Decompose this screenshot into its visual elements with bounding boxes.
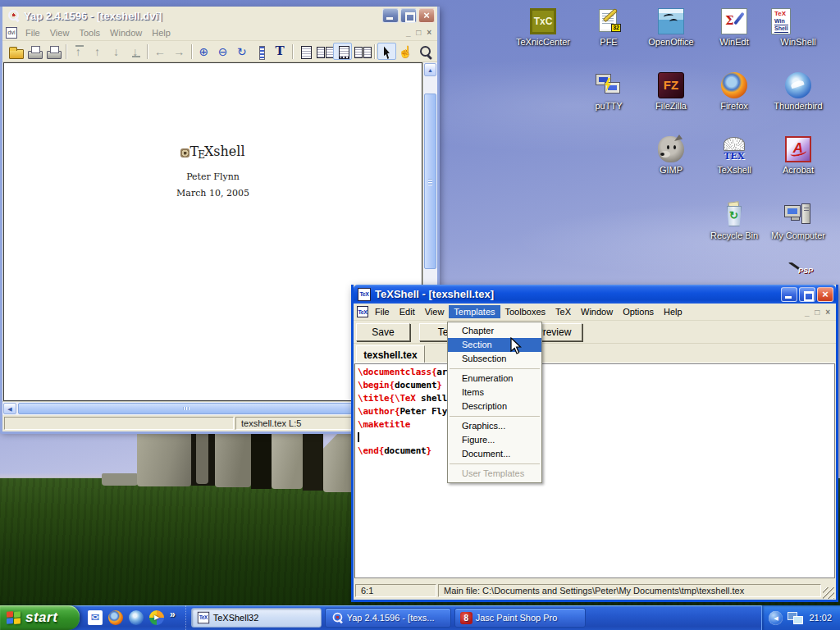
texshell-menu-file[interactable]: File xyxy=(370,305,395,318)
menu-item-document[interactable]: Document... xyxy=(448,447,541,461)
texshell-menu-help[interactable]: Help xyxy=(659,305,687,318)
task-button-texshell32[interactable]: TeXShell32 xyxy=(191,608,322,628)
last-page-icon[interactable]: ↓ xyxy=(126,43,144,60)
scroll-thumb[interactable] xyxy=(424,94,436,269)
texshell-menu-view[interactable]: View xyxy=(420,305,450,318)
yap-minimize-button[interactable] xyxy=(382,8,399,23)
single-page-view-icon[interactable] xyxy=(295,43,314,60)
desktop-icon-pfe[interactable]: PFE xyxy=(578,8,639,47)
pointer-tool-icon[interactable] xyxy=(377,43,396,60)
yap-menu-help[interactable]: Help xyxy=(147,26,176,39)
texshell-menu-window[interactable]: Window xyxy=(576,305,618,318)
menu-item-subsection[interactable]: Subsection xyxy=(448,352,541,366)
open-file-icon[interactable] xyxy=(6,43,25,60)
recycle-bin-icon xyxy=(721,202,747,228)
menu-item-items[interactable]: Items xyxy=(448,386,541,399)
quick-launch-overflow-chevron[interactable]: » xyxy=(170,609,176,620)
scroll-up-button[interactable]: ▲ xyxy=(424,63,436,76)
editor-line-5: \maketitle xyxy=(358,418,834,431)
texshell-menu-options[interactable]: Options xyxy=(618,305,659,318)
text-select-icon[interactable]: T xyxy=(271,43,290,60)
yap-mdi-controls[interactable]: _ □ × xyxy=(406,28,436,37)
thunderbird-icon xyxy=(785,72,811,98)
yap-menu-view[interactable]: View xyxy=(45,26,75,39)
openoffice-icon xyxy=(658,8,684,34)
document-title: TEXshell xyxy=(4,144,422,161)
desktop-icon-paint-shop-pro[interactable]: PSP xyxy=(780,262,816,285)
tab-texshell-tex[interactable]: texshell.tex xyxy=(356,345,425,363)
continuous-double-view-icon[interactable] xyxy=(352,43,371,60)
media-player-icon[interactable] xyxy=(149,610,164,625)
hand-tool-icon[interactable]: ☝ xyxy=(396,43,415,60)
desktop-icon-firefox[interactable]: Firefox xyxy=(704,72,765,111)
continuous-view-icon[interactable] xyxy=(333,43,352,60)
texshell-titlebar[interactable]: TeXShell - [texshell.tex] × xyxy=(354,285,836,304)
desktop-icon-filezilla[interactable]: FileZilla xyxy=(641,72,701,111)
yap-menu-file[interactable]: File xyxy=(21,26,45,39)
texshell-maximize-button[interactable] xyxy=(799,287,815,302)
firefox-icon[interactable] xyxy=(108,610,123,625)
scroll-thumb[interactable] xyxy=(18,403,353,414)
forward-icon[interactable]: → xyxy=(170,43,189,60)
ruler-icon[interactable] xyxy=(251,43,270,60)
texshell-menu-tex[interactable]: TeX xyxy=(550,305,576,318)
previous-page-icon[interactable]: ↑ xyxy=(88,43,107,60)
scroll-left-button[interactable]: ◀ xyxy=(3,403,16,414)
magnifier-tool-icon[interactable] xyxy=(415,43,434,60)
desktop-icon-texniccenter[interactable]: TeXnicCenter xyxy=(513,8,573,47)
zoom-out-icon[interactable]: ⊖ xyxy=(213,43,232,60)
menu-item-enumeration[interactable]: Enumeration xyxy=(448,372,541,386)
save-button[interactable]: Save xyxy=(356,323,410,341)
desktop-icon-openoffice[interactable]: OpenOffice xyxy=(641,8,701,47)
zoom-in-icon[interactable]: ⊕ xyxy=(194,43,213,60)
menu-item-section[interactable]: Section xyxy=(448,338,541,352)
task-button-yap-2-4-1596-texs[interactable]: Yap 2.4.1596 - [texs... xyxy=(325,608,451,628)
yap-menu-window[interactable]: Window xyxy=(105,26,147,39)
menu-item-graphics[interactable]: Graphics... xyxy=(448,419,541,433)
yap-titlebar[interactable]: Yap 2.4.1596 - [texshell.dvi] × xyxy=(2,7,437,25)
desktop-icon-my-computer[interactable]: My Computer xyxy=(768,202,829,240)
tray-chevron-button[interactable] xyxy=(769,611,783,625)
texshell-close-button[interactable]: × xyxy=(817,287,833,302)
desktop-icon-winshell[interactable]: WinShell xyxy=(768,8,829,47)
editor-line-7: \end{document} xyxy=(358,445,834,458)
yap-close-button[interactable]: × xyxy=(418,8,435,23)
yap-menu-tools[interactable]: Tools xyxy=(74,26,105,39)
network-tray-icon[interactable] xyxy=(788,611,804,625)
quick-launch-bar: » xyxy=(80,605,186,630)
start-button[interactable]: start xyxy=(0,605,80,630)
menu-item-figure[interactable]: Figure... xyxy=(448,433,541,447)
menu-item-chapter[interactable]: Chapter xyxy=(448,324,541,338)
desktop-icon-gimp[interactable]: GIMP xyxy=(641,136,701,175)
texshell-menu-edit[interactable]: Edit xyxy=(395,305,420,318)
first-page-icon[interactable]: ↑ xyxy=(69,43,88,60)
desktop-icon-putty[interactable]: puTTY xyxy=(578,72,639,111)
desktop-icon-texshell[interactable]: TeXshell xyxy=(704,136,765,175)
yap-maximize-button[interactable] xyxy=(400,8,417,23)
double-page-view-icon[interactable] xyxy=(314,43,333,60)
editor-line-2: \begin{document} xyxy=(358,379,834,392)
desktop-icon-winedt[interactable]: WinEdt xyxy=(704,8,765,47)
document-author: Peter Flynn xyxy=(4,171,422,182)
desktop-icon-recycle-bin[interactable]: Recycle Bin xyxy=(704,202,765,240)
desktop-icon-thunderbird[interactable]: Thunderbird xyxy=(768,72,829,111)
texshell-menu-templates[interactable]: Templates xyxy=(449,305,500,318)
texshell-mdi-controls[interactable]: _ □ × xyxy=(805,308,834,317)
print-icon[interactable] xyxy=(25,43,43,60)
desktop-icon-acrobat[interactable]: Acrobat xyxy=(768,136,829,175)
texshell-minimize-button[interactable] xyxy=(781,287,797,302)
print-setup-icon[interactable] xyxy=(43,43,62,60)
thunderbird-icon[interactable] xyxy=(129,610,144,625)
menu-item-description[interactable]: Description xyxy=(448,399,541,413)
resize-grip[interactable] xyxy=(823,587,834,599)
outlook-express-icon[interactable] xyxy=(88,610,103,625)
texshell-menu-toolboxes[interactable]: Toolboxes xyxy=(500,305,551,318)
texshell-editor[interactable]: \documentclass{article}\begin{document}\… xyxy=(354,363,835,578)
back-icon[interactable]: ← xyxy=(150,43,169,60)
menu-separator xyxy=(450,416,540,417)
yap-status-message xyxy=(4,417,234,430)
texshell-menubar: FileEditViewTemplatesToolboxesTeXWindowO… xyxy=(354,304,836,321)
next-page-icon[interactable]: ↓ xyxy=(107,43,126,60)
task-button-jasc-paint-shop-pro[interactable]: Jasc Paint Shop Pro xyxy=(454,608,586,628)
refresh-icon[interactable]: ↻ xyxy=(232,43,251,60)
